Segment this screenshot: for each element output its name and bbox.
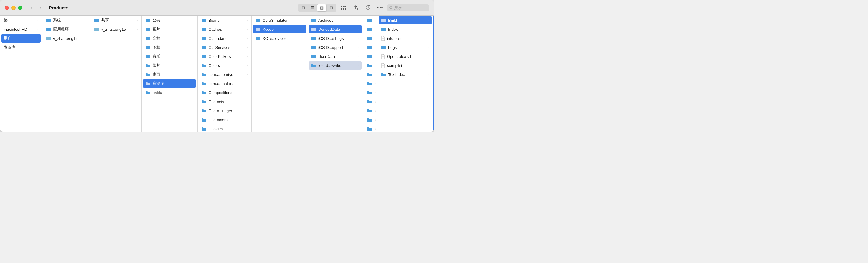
folder-icon	[311, 54, 316, 59]
column-view-button[interactable]: ▥	[317, 4, 327, 11]
list-item[interactable]: com.a...nal.ck ›	[199, 79, 250, 88]
more-button[interactable]: ••• ▾	[375, 4, 384, 12]
list-item[interactable]: XCTe...evices ›	[253, 34, 306, 42]
list-item[interactable]: Cookies ›	[199, 124, 250, 132]
column-9: Build › Index › info.plist	[377, 16, 433, 132]
list-item[interactable]: CallServices ›	[199, 43, 250, 52]
column-4: 公共 › 图片 › 文稿 › 下载	[142, 16, 197, 132]
list-item[interactable]: info.plist	[378, 34, 432, 42]
gallery-view-button[interactable]: ⊟	[327, 4, 336, 11]
list-item[interactable]: macV...cnvkzs ›	[364, 25, 375, 33]
list-item[interactable]: UserData ›	[309, 52, 362, 61]
file-icon	[381, 54, 385, 59]
folder-icon	[367, 127, 372, 131]
list-item[interactable]: macintoshHD ›	[1, 25, 41, 33]
forward-button[interactable]: ›	[37, 4, 45, 12]
list-item[interactable]: scm.plist	[378, 61, 432, 70]
list-item[interactable]: com.a...partyd ›	[199, 70, 250, 79]
minimize-button[interactable]	[11, 6, 16, 10]
file-icon	[381, 36, 385, 41]
list-item[interactable]: Caches ›	[199, 25, 250, 33]
list-item[interactable]: Contacts ›	[199, 97, 250, 106]
list-item[interactable]: Unity-...bysnb ›	[364, 88, 375, 97]
folder-icon	[94, 27, 99, 31]
list-item[interactable]: v_zha...eng15 ›	[92, 25, 140, 33]
list-item[interactable]: Calendars ›	[199, 34, 250, 42]
list-item[interactable]: 路 ›	[1, 16, 41, 24]
list-item[interactable]: Archives ›	[309, 16, 362, 24]
list-item[interactable]: Build ›	[378, 16, 432, 24]
list-item[interactable]: Biome ›	[199, 16, 250, 24]
list-item[interactable]: 资源库	[1, 43, 41, 52]
list-item[interactable]: 桌面 ›	[143, 70, 196, 79]
close-button[interactable]	[5, 6, 9, 10]
list-item[interactable]: test-d...wwbq ›	[309, 61, 362, 70]
tag-button[interactable]	[363, 4, 373, 12]
list-item[interactable]: CoreSimulator ›	[253, 16, 306, 24]
list-item[interactable]: Unity-...ndruh ›	[364, 79, 375, 88]
folder-icon	[201, 118, 207, 122]
list-item[interactable]: v_zha...eng15 ›	[43, 34, 89, 42]
nav-buttons: ‹ ›	[27, 4, 45, 12]
list-item[interactable]: Logs ›	[378, 43, 432, 52]
list-item[interactable]: Conta...nager ›	[199, 107, 250, 115]
list-item[interactable]: TextIndex ›	[378, 70, 432, 79]
list-item[interactable]: Unity-...lmilsy ›	[364, 124, 375, 132]
back-button[interactable]: ‹	[27, 4, 36, 12]
list-item[interactable]: iOS D...upport ›	[309, 43, 362, 52]
search-box[interactable]	[387, 4, 429, 11]
list-item[interactable]: Unity-...rhkcjk ›	[364, 116, 375, 124]
list-item[interactable]: Xcode ›	[253, 25, 306, 33]
search-input[interactable]	[394, 5, 427, 10]
list-item[interactable]: 公共 ›	[143, 16, 196, 24]
list-item[interactable]: Compositions ›	[199, 88, 250, 97]
maximize-button[interactable]	[18, 6, 22, 10]
folder-icon	[311, 63, 316, 67]
folder-icon	[145, 45, 151, 50]
folder-icon	[367, 27, 372, 31]
list-item[interactable]: Containers ›	[199, 116, 250, 124]
list-item[interactable]: 音乐 ›	[143, 52, 196, 61]
svg-rect-6	[344, 6, 346, 7]
icon-view-button[interactable]: ⊞	[299, 4, 308, 11]
folder-icon	[381, 45, 386, 50]
share-button[interactable]	[351, 4, 361, 12]
list-item[interactable]: 影片 ›	[143, 61, 196, 70]
list-item[interactable]: Modul...index ›	[364, 34, 375, 42]
column-3: 共享 › v_zha...eng15 ›	[90, 16, 142, 132]
list-item[interactable]: 系统 ›	[43, 16, 89, 24]
folder-icon	[145, 18, 151, 22]
folder-icon	[145, 54, 151, 59]
list-item[interactable]: Unity-...ivtrwn ›	[364, 70, 375, 79]
list-item[interactable]: Unity-...itpuga ›	[364, 107, 375, 115]
folder-icon	[201, 63, 207, 67]
folder-icon	[367, 90, 372, 95]
list-item[interactable]: 文稿 ›	[143, 34, 196, 42]
folder-icon	[201, 54, 207, 59]
list-item[interactable]: 资源库 ›	[143, 79, 196, 88]
column-1: 路 › macintoshHD › 用户 › 资源库	[0, 16, 42, 132]
grid-options-button[interactable]	[339, 4, 348, 12]
list-item[interactable]: Unity-...ictqxx ›	[364, 97, 375, 106]
list-item[interactable]: Colors ›	[199, 61, 250, 70]
list-item[interactable]: Open...dex-v1	[378, 52, 432, 61]
list-item[interactable]: Index ›	[378, 25, 432, 33]
folder-icon	[367, 99, 372, 104]
folder-icon	[367, 18, 372, 22]
folder-icon	[145, 63, 151, 67]
list-item[interactable]: Unity-...lufmq ›	[364, 61, 375, 70]
list-item[interactable]: Symb...oindex ›	[364, 43, 375, 52]
list-item[interactable]: hello...rcbew ›	[364, 16, 375, 24]
list-item[interactable]: 应用程序 ›	[43, 25, 89, 33]
list-item[interactable]: iOS D...e Logs ›	[309, 34, 362, 42]
list-item[interactable]: 下载 ›	[143, 43, 196, 52]
list-item[interactable]: ColorPickers ›	[199, 52, 250, 61]
list-item[interactable]: DerivedData ›	[309, 25, 362, 33]
list-item[interactable]: 图片 ›	[143, 25, 196, 33]
list-item[interactable]: 用户 ›	[1, 34, 41, 42]
list-item[interactable]: baidu ›	[143, 88, 196, 97]
list-view-button[interactable]: ☰	[308, 4, 317, 11]
list-item[interactable]: Unity-...kacpp ›	[364, 52, 375, 61]
folder-icon	[367, 63, 372, 67]
list-item[interactable]: 共享 ›	[92, 16, 140, 24]
